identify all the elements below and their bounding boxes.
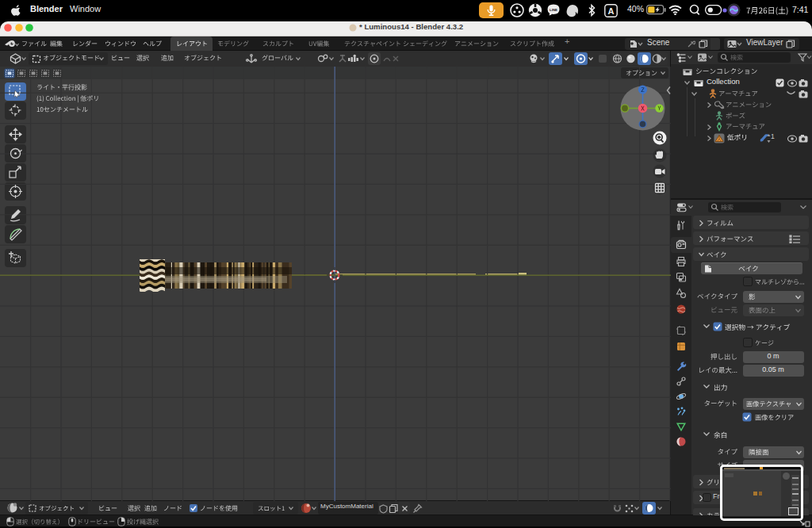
svg-text:LINE: LINE [550,8,557,12]
svg-text:A: A [608,6,615,16]
